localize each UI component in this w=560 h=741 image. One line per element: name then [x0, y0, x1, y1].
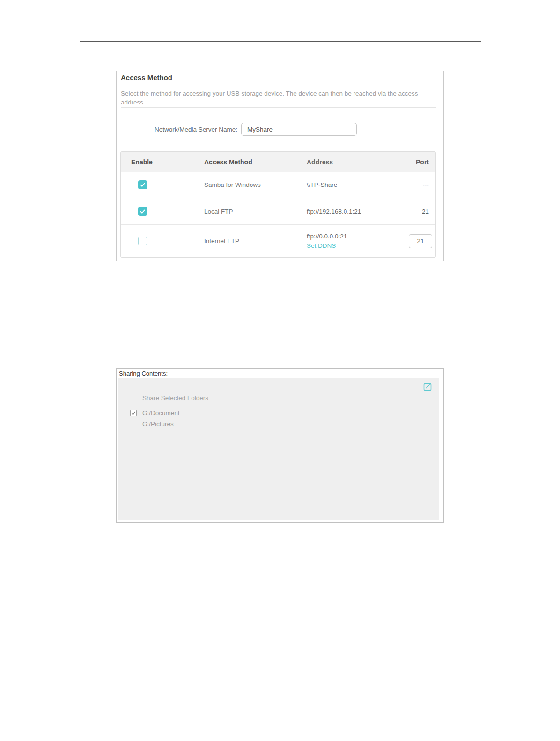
server-name-row: Network/Media Server Name: — [117, 123, 443, 137]
folder-document-checkbox[interactable] — [130, 410, 137, 416]
local-ftp-enable-checkbox[interactable] — [138, 207, 147, 216]
internet-ftp-port-input[interactable] — [409, 234, 432, 248]
folder-name[interactable]: G:/Pictures — [142, 421, 174, 428]
local-ftp-method-label: Local FTP — [204, 208, 307, 215]
share-mode-label: Share Selected Folders — [142, 394, 208, 401]
panel-description: Select the method for accessing your USB… — [121, 89, 424, 107]
internet-ftp-address: ftp://0.0.0.0:21 — [307, 232, 400, 241]
samba-port: --- — [400, 181, 436, 188]
access-method-table: Enable Access Method Address Port Samba … — [120, 151, 436, 258]
header-access-method: Access Method — [204, 158, 307, 166]
internet-ftp-method-label: Internet FTP — [204, 237, 307, 245]
server-name-label: Network/Media Server Name: — [117, 123, 237, 137]
page: Access Method Select the method for acce… — [0, 0, 560, 741]
local-ftp-address: ftp://192.168.0.1:21 — [307, 208, 400, 215]
access-method-panel: Access Method Select the method for acce… — [116, 71, 444, 261]
page-top-divider — [80, 41, 481, 42]
table-row-internet-ftp: Internet FTP ftp://0.0.0.0:21 Set DDNS — [121, 224, 435, 257]
sharing-contents-area: Share Selected Folders G:/Document G:/Pi… — [118, 378, 439, 520]
panel-divider — [121, 107, 436, 108]
checkmark-icon — [140, 208, 146, 215]
sharing-contents-panel: Sharing Contents: Share Selected Folders… — [116, 368, 444, 523]
local-ftp-port: 21 — [400, 208, 436, 215]
table-header-row: Enable Access Method Address Port — [121, 152, 435, 172]
samba-enable-checkbox[interactable] — [138, 180, 147, 189]
folder-row-pictures: G:/Pictures — [130, 421, 174, 428]
checkmark-icon — [131, 411, 136, 415]
set-ddns-link[interactable]: Set DDNS — [307, 241, 400, 251]
samba-method-label: Samba for Windows — [204, 181, 307, 188]
edit-icon[interactable] — [423, 382, 433, 391]
internet-ftp-enable-checkbox[interactable] — [138, 237, 147, 245]
sharing-contents-label: Sharing Contents: — [119, 370, 168, 377]
table-row-local-ftp: Local FTP ftp://192.168.0.1:21 21 — [121, 198, 435, 224]
header-port: Port — [400, 158, 436, 166]
header-enable: Enable — [121, 158, 204, 166]
header-address: Address — [307, 158, 400, 166]
folder-name[interactable]: G:/Document — [142, 409, 180, 417]
server-name-input[interactable] — [241, 123, 357, 136]
checkmark-icon — [140, 182, 146, 188]
samba-address: \\TP-Share — [307, 181, 400, 188]
table-row-samba: Samba for Windows \\TP-Share --- — [121, 172, 435, 198]
folder-row-document: G:/Document — [130, 409, 180, 417]
panel-title: Access Method — [121, 74, 172, 82]
